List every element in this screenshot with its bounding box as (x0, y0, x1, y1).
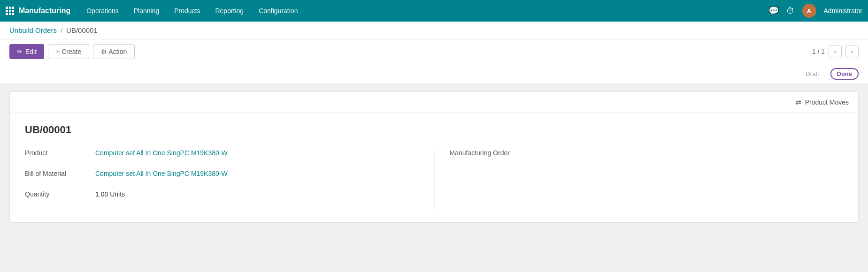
menu-configuration[interactable]: Configuration (252, 4, 304, 17)
manufacturing-order-label: Manufacturing Order (450, 149, 520, 157)
pencil-icon: ✏ (17, 48, 23, 55)
top-right-bar: 💬 ⏱ A Administrator (768, 4, 862, 18)
breadcrumb-current: UB/00001 (66, 26, 98, 34)
form-fields: Product Computer set All In One SingPC M… (25, 149, 843, 211)
field-quantity: Quantity 1.00 Units (25, 190, 419, 204)
grid-icon (6, 7, 14, 15)
product-moves-button[interactable]: ⇄ Product Moves (795, 98, 849, 106)
bom-label: Bill of Material (25, 170, 95, 177)
form-col-left: Product Computer set All In One SingPC M… (25, 149, 434, 211)
top-navigation: Manufacturing Operations Planning Produc… (0, 0, 868, 22)
form-card-header: ⇄ Product Moves (10, 92, 858, 113)
prev-button[interactable]: ‹ (829, 45, 842, 58)
avatar[interactable]: A (802, 4, 816, 18)
main-content: ⇄ Product Moves UB/00001 Product Compute… (0, 84, 868, 230)
chat-icon[interactable]: 💬 (768, 6, 779, 16)
clock-icon[interactable]: ⏱ (786, 6, 795, 16)
menu-products[interactable]: Products (168, 4, 207, 17)
main-menu: Operations Planning Products Reporting C… (80, 4, 768, 17)
breadcrumb-parent[interactable]: Unbuild Orders (9, 26, 57, 34)
app-logo[interactable]: Manufacturing (6, 7, 70, 15)
edit-button[interactable]: ✏ Edit (9, 44, 44, 59)
field-manufacturing-order: Manufacturing Order (450, 149, 844, 163)
form-col-right: Manufacturing Order (434, 149, 844, 211)
quantity-label: Quantity (25, 190, 95, 198)
breadcrumb: Unbuild Orders / UB/00001 (0, 22, 868, 39)
toolbar-left: ✏ Edit + Create ⚙ Action (9, 44, 135, 59)
transfer-icon: ⇄ (795, 98, 801, 106)
status-bar: Draft Done (0, 64, 868, 84)
bom-value[interactable]: Computer set All In One SingPC M19K380-W (95, 170, 228, 177)
app-title: Manufacturing (19, 7, 70, 15)
action-button[interactable]: ⚙ Action (93, 44, 135, 59)
menu-planning[interactable]: Planning (127, 4, 166, 17)
pagination-label: 1 / 1 (812, 48, 825, 55)
breadcrumb-separator: / (61, 26, 62, 34)
create-button[interactable]: + Create (48, 44, 89, 59)
form-body: UB/00001 Product Computer set All In One… (10, 113, 858, 222)
status-done[interactable]: Done (830, 68, 859, 80)
quantity-value: 1.00 Units (95, 190, 125, 198)
form-card: ⇄ Product Moves UB/00001 Product Compute… (9, 91, 859, 223)
toolbar: ✏ Edit + Create ⚙ Action 1 / 1 ‹ › (0, 39, 868, 64)
product-moves-label: Product Moves (805, 98, 849, 106)
status-draft[interactable]: Draft (800, 68, 824, 79)
menu-reporting[interactable]: Reporting (208, 4, 250, 17)
next-button[interactable]: › (845, 45, 859, 58)
product-value[interactable]: Computer set All In One SingPC M19K380-W (95, 149, 228, 157)
menu-operations[interactable]: Operations (80, 4, 125, 17)
product-label: Product (25, 149, 95, 157)
user-name[interactable]: Administrator (824, 7, 862, 15)
field-product: Product Computer set All In One SingPC M… (25, 149, 419, 163)
form-reference: UB/00001 (25, 124, 843, 136)
field-bom: Bill of Material Computer set All In One… (25, 170, 419, 184)
toolbar-right: 1 / 1 ‹ › (812, 45, 859, 58)
